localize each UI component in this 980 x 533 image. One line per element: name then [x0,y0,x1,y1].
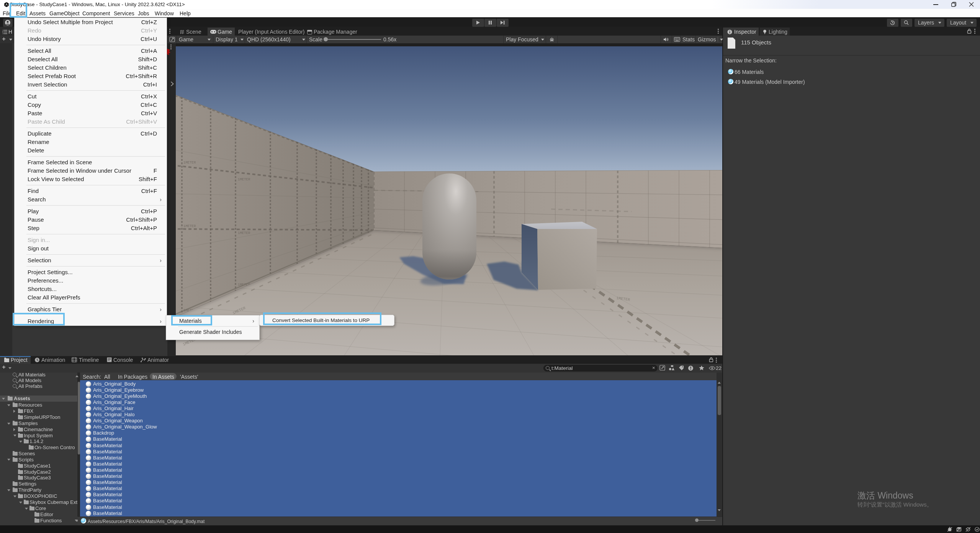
svg-text:1METER: 1METER [183,224,196,228]
svg-text:1METER: 1METER [238,178,250,181]
svg-text:1METER: 1METER [238,231,250,235]
svg-text:1METER: 1METER [183,161,196,165]
